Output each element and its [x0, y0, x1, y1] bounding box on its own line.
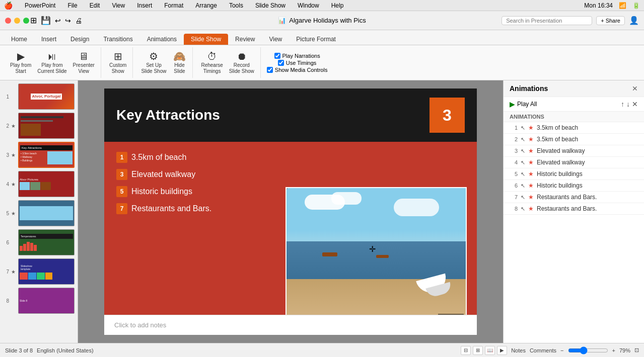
anim-item-6[interactable]: 6 ↖ ★ Historic buildings — [504, 180, 644, 192]
tab-picture-format[interactable]: Picture Format — [289, 34, 343, 45]
menu-slideshow[interactable]: Slide Show — [253, 2, 288, 9]
anim-item-4[interactable]: 4 ↖ ★ Elevated walkway — [504, 157, 644, 168]
record-slideshow-button[interactable]: ⏺ RecordSlide Show — [227, 50, 256, 75]
rehearse-icon: ⏱ — [207, 51, 217, 61]
menu-file[interactable]: File — [65, 2, 79, 9]
slide-thumb-4[interactable]: 4 ★ Alvor Pictures — [2, 170, 76, 198]
slide-thumbnail-3[interactable]: Key Attractions • 3.5km beach• Walkway• … — [18, 142, 75, 168]
menu-powerpoint[interactable]: PowerPoint — [23, 2, 57, 9]
menu-window[interactable]: Window — [296, 2, 321, 9]
slide-thumbnail-2[interactable] — [18, 113, 75, 139]
menu-arrange[interactable]: Arrange — [193, 2, 219, 9]
menu-tools[interactable]: Tools — [227, 2, 245, 9]
tab-transitions[interactable]: Transitions — [96, 34, 139, 45]
anim-item-2[interactable]: 2 ↖ ★ 3.5km of beach — [504, 134, 644, 145]
notes-button[interactable]: Notes — [511, 347, 526, 353]
hide-slide-button[interactable]: 🙈 HideSlide — [170, 50, 188, 75]
minimize-button[interactable] — [14, 18, 20, 24]
tab-insert[interactable]: Insert — [34, 34, 63, 45]
slide-thumb-3[interactable]: 3 ★ Key Attractions • 3.5km beach• Walkw… — [2, 141, 76, 169]
anim-item-8[interactable]: 8 ↖ ★ Restaurants and Bars. — [504, 203, 644, 215]
slideshow-view-button[interactable]: ▶ — [497, 346, 507, 355]
animations-panel-header: Animations ✕ — [504, 80, 644, 97]
zoom-plus-icon[interactable]: + — [612, 347, 615, 353]
show-media-check[interactable]: Show Media Controls — [267, 67, 328, 73]
animations-panel-title: Animations — [510, 84, 548, 93]
play-from-start-button[interactable]: ▶ Play fromStart — [8, 50, 33, 75]
slide-thumb-5[interactable]: 5 ★ — [2, 199, 76, 227]
slide-thumb-6[interactable]: 6 Temperatures — [2, 228, 76, 256]
anim-item-3[interactable]: 3 ↖ ★ Elevated walkway — [504, 145, 644, 157]
menu-insert[interactable]: Insert — [135, 2, 154, 9]
tab-home[interactable]: Home — [4, 34, 34, 45]
slide-thumb-7[interactable]: 7 ★ Slideshowtemplate — [2, 257, 76, 286]
slide-thumbnail-1[interactable]: Alvor, Portugal — [18, 83, 75, 110]
animations-close-button[interactable]: ✕ — [632, 84, 638, 93]
play-narrations-check[interactable]: Play Narrations — [274, 53, 320, 59]
sidebar-toggle-icon[interactable]: ⊞ — [30, 16, 37, 25]
redo-icon[interactable]: ↪ — [65, 17, 71, 25]
slide-thumbnail-5[interactable] — [18, 200, 75, 226]
anim-item-1[interactable]: 1 ↖ ★ 3.5km of beach — [504, 122, 644, 134]
custom-show-button[interactable]: ⊞ CustomShow — [107, 50, 128, 75]
timings-checkbox[interactable] — [278, 60, 284, 66]
comments-button[interactable]: Comments — [530, 347, 556, 353]
presenter-view-button[interactable]: 🖥 PresenterView — [71, 50, 97, 75]
status-bar: Slide 3 of 8 English (United States) ⊟ ⊞… — [0, 343, 644, 357]
tab-review[interactable]: Review — [228, 34, 262, 45]
slide-thumbnail-7[interactable]: Slideshowtemplate — [18, 258, 75, 285]
slide-thumb-1[interactable]: 1 Alvor, Portugal — [2, 82, 76, 111]
menu-format[interactable]: Format — [162, 2, 185, 9]
search-input[interactable] — [502, 16, 592, 25]
menu-help[interactable]: Help — [329, 2, 346, 9]
zoom-minus-icon[interactable]: − — [560, 347, 563, 353]
play-all-row: ▶ Play All ↑ ↓ ✕ — [504, 97, 644, 112]
menu-view[interactable]: View — [110, 2, 127, 9]
tab-design[interactable]: Design — [63, 34, 96, 45]
reading-view-button[interactable]: 📖 — [485, 346, 495, 355]
play-current-button[interactable]: ⏯ Play fromCurrent Slide — [35, 50, 68, 75]
zoom-slider[interactable] — [568, 346, 608, 354]
play-all-button[interactable]: ▶ Play All — [510, 100, 537, 108]
fit-page-button[interactable]: ⊡ — [634, 347, 639, 353]
setup-icon: ⚙ — [149, 51, 158, 61]
account-icon[interactable]: 👤 — [629, 16, 639, 25]
slide-image[interactable]: 9 — [285, 187, 467, 315]
rehearse-timings-button[interactable]: ⏱ RehearseTimings — [199, 50, 225, 75]
ribbon-content: ▶ Play fromStart ⏯ Play fromCurrent Slid… — [0, 45, 644, 80]
slide-thumbnail-4[interactable]: Alvor Pictures — [18, 171, 75, 197]
media-checkbox[interactable] — [267, 67, 273, 73]
play-current-icon: ⏯ — [47, 51, 57, 61]
setup-slideshow-button[interactable]: ⚙ Set UpSlide Show — [139, 50, 168, 75]
notes-area[interactable]: Click to add notes — [104, 315, 477, 335]
normal-view-button[interactable]: ⊟ — [461, 346, 471, 355]
slide-sorter-button[interactable]: ⊞ — [473, 346, 483, 355]
tab-slideshow[interactable]: Slide Show — [184, 34, 228, 45]
tab-animations[interactable]: Animations — [140, 34, 184, 45]
print-icon[interactable]: 🖨 — [75, 17, 82, 25]
undo-icon[interactable]: ↩ — [55, 17, 61, 25]
remove-animation-button[interactable]: ✕ — [632, 100, 638, 108]
tab-view[interactable]: View — [262, 34, 289, 45]
apple-menu[interactable]: 🍎 — [4, 2, 13, 10]
slide-number-badge: 3 — [430, 98, 465, 133]
move-down-button[interactable]: ↓ — [626, 100, 630, 108]
slide-canvas: Key Attractions 3 1 3.5km of beach 3 Ele… — [104, 88, 477, 315]
use-timings-check[interactable]: Use Timings — [278, 60, 317, 66]
slide-thumb-2[interactable]: 2 ★ — [2, 112, 76, 140]
maximize-button[interactable] — [23, 18, 29, 24]
slide-thumbnail-8[interactable]: Slide 8 — [18, 288, 75, 314]
move-up-button[interactable]: ↑ — [621, 100, 624, 108]
anim-item-7[interactable]: 7 ↖ ★ Restaurants and Bars. — [504, 192, 644, 203]
save-icon[interactable]: 💾 — [41, 16, 51, 25]
share-button[interactable]: + Share — [596, 16, 625, 25]
window-controls — [5, 18, 29, 24]
close-button[interactable] — [5, 18, 11, 24]
menu-edit[interactable]: Edit — [88, 2, 102, 9]
ppt-icon: 📊 — [278, 17, 286, 24]
narrations-checkbox[interactable] — [274, 53, 280, 59]
hide-icon: 🙈 — [173, 51, 186, 61]
slide-thumb-8[interactable]: 8 Slide 8 — [2, 287, 76, 315]
slide-thumbnail-6[interactable]: Temperatures — [18, 229, 75, 255]
anim-item-5[interactable]: 5 ↖ ★ Historic buildings — [504, 168, 644, 180]
